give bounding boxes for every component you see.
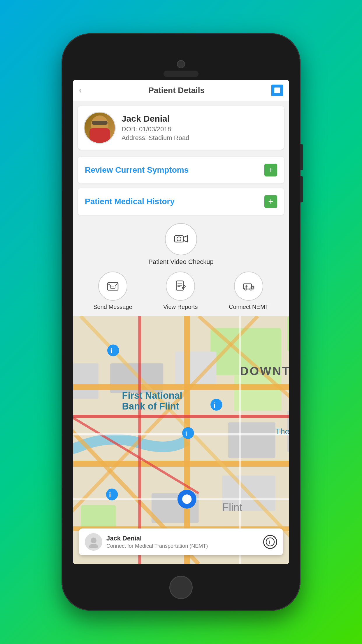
actions-section: Patient Video Checkup <box>73 217 289 316</box>
view-reports-label: View Reports <box>163 304 198 310</box>
svg-rect-3 <box>110 285 115 288</box>
connect-nemt-button[interactable] <box>234 272 263 301</box>
patient-info-card: Jack Denial DOB: 01/03/2018 Address: Sta… <box>78 106 284 150</box>
avatar-body <box>89 128 110 144</box>
map-popup[interactable]: Jack Denial Connect for Medical Transpor… <box>79 528 283 555</box>
video-checkup-row: Patient Video Checkup <box>78 223 284 266</box>
svg-rect-6 <box>252 287 254 288</box>
send-message-button[interactable] <box>98 272 127 301</box>
popup-info: Jack Denial Connect for Medical Transpor… <box>106 535 259 549</box>
phone-screen: ‹ Patient Details Jack Denial DOB: 01/03… <box>73 80 289 564</box>
volume-up-button[interactable] <box>300 144 303 170</box>
svg-text:i: i <box>109 491 111 499</box>
svg-point-44 <box>210 399 222 410</box>
svg-text:The Dryden Building: The Dryden Building <box>275 427 289 436</box>
map-section[interactable]: Genesee County Historical Society First … <box>73 316 289 564</box>
medical-history-button[interactable]: Patient Medical History + <box>78 188 284 215</box>
svg-text:i: i <box>110 347 112 355</box>
svg-rect-19 <box>228 422 275 458</box>
home-button[interactable] <box>169 576 193 599</box>
svg-text:DOWNTOWN: DOWNTOWN <box>240 364 289 378</box>
review-symptoms-button[interactable]: Review Current Symptoms + <box>78 157 284 183</box>
svg-point-51 <box>91 538 96 543</box>
svg-rect-16 <box>73 363 99 399</box>
video-checkup-label: Patient Video Checkup <box>148 258 213 266</box>
send-message-item: Send Message <box>93 272 132 310</box>
front-camera <box>177 60 185 68</box>
svg-text:i: i <box>185 430 187 438</box>
phone-top-bar <box>61 33 301 80</box>
map-svg: Genesee County Historical Society First … <box>73 316 289 564</box>
patient-name: Jack Denial <box>122 114 278 124</box>
svg-rect-11 <box>287 316 289 351</box>
back-button[interactable]: ‹ <box>79 86 82 95</box>
popup-patient-desc: Connect for Medical Transportation (NEMT… <box>106 543 259 549</box>
screen-content: ‹ Patient Details Jack Denial DOB: 01/03… <box>73 80 289 564</box>
patient-dob: DOB: 01/03/2018 <box>122 125 278 133</box>
speaker-grill <box>164 71 198 77</box>
popup-avatar <box>85 533 102 551</box>
avatar-glasses <box>92 121 108 125</box>
info-circle-icon: i <box>266 537 275 547</box>
envelope-icon <box>106 280 119 293</box>
svg-text:i: i <box>213 401 215 409</box>
review-symptoms-label: Review Current Symptoms <box>85 165 189 175</box>
page-title: Patient Details <box>82 86 271 95</box>
secondary-actions-row: Send Message <box>78 272 284 310</box>
document-icon <box>174 280 187 293</box>
menu-icon[interactable] <box>271 85 283 96</box>
video-checkup-button[interactable] <box>165 223 197 255</box>
review-symptoms-plus-icon[interactable]: + <box>264 164 277 176</box>
patient-address: Address: Stadium Road <box>122 134 278 142</box>
view-reports-item: View Reports <box>163 272 198 310</box>
svg-point-52 <box>89 544 98 548</box>
svg-text:Bank of Flint: Bank of Flint <box>122 401 179 412</box>
popup-avatar-icon <box>88 536 99 548</box>
svg-point-48 <box>182 427 194 439</box>
svg-point-42 <box>107 344 119 356</box>
video-camera-icon <box>173 232 189 247</box>
map-background: Genesee County Historical Society First … <box>73 316 289 564</box>
connect-nemt-label: Connect NEMT <box>229 304 269 310</box>
patient-details: Jack Denial DOB: 01/03/2018 Address: Sta… <box>122 114 278 142</box>
menu-icon-inner <box>274 88 280 93</box>
send-message-label: Send Message <box>93 304 132 310</box>
svg-text:i: i <box>269 539 270 545</box>
medical-history-plus-icon[interactable]: + <box>264 195 277 208</box>
popup-patient-name: Jack Denial <box>106 535 259 542</box>
svg-text:Flint: Flint <box>222 501 242 513</box>
medical-history-label: Patient Medical History <box>85 197 175 206</box>
phone-bottom-bar <box>61 564 301 611</box>
phone-device: ‹ Patient Details Jack Denial DOB: 01/03… <box>61 33 301 611</box>
volume-down-button[interactable] <box>300 176 303 202</box>
avatar <box>84 112 116 144</box>
svg-text:First National: First National <box>122 390 182 401</box>
header-bar: ‹ Patient Details <box>73 80 289 101</box>
svg-point-1 <box>177 237 181 241</box>
popup-info-button[interactable]: i <box>263 535 277 549</box>
connect-nemt-item: Connect NEMT <box>229 272 269 310</box>
svg-point-38 <box>182 494 191 504</box>
view-reports-button[interactable] <box>166 272 195 301</box>
svg-point-46 <box>106 489 118 500</box>
ambulance-icon <box>242 280 255 293</box>
